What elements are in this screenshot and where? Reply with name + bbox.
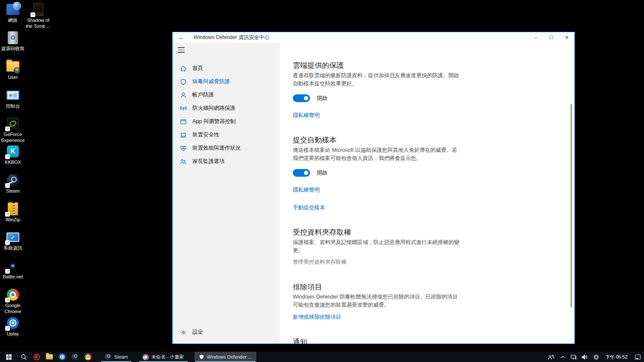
sidebar-item-device-performance-health[interactable]: 裝置效能與運作狀況 bbox=[173, 142, 280, 155]
title-bar[interactable]: ← Windows Defender 資訊安全中心 – ☐ ✕ bbox=[173, 32, 574, 42]
shortcut-arrow-icon: ↗ bbox=[5, 154, 10, 159]
privacy-statement-link[interactable]: 隱私權聲明 bbox=[293, 187, 320, 194]
laptop-icon bbox=[180, 132, 187, 139]
section-heading-cloud-protection: 雲端提供的保護 bbox=[293, 60, 344, 70]
action-center-button[interactable] bbox=[631, 352, 644, 362]
toggle-state-label: 開啟 bbox=[317, 169, 328, 177]
desktop-icon-label: Battle.net bbox=[3, 274, 23, 280]
chrome-icon: ↗ bbox=[6, 288, 20, 302]
paint-icon bbox=[143, 354, 149, 360]
desktop-icon-uplay[interactable]: ↗ Uplay bbox=[2, 316, 24, 337]
gear-icon bbox=[180, 329, 187, 336]
desktop-icon-recycle-bin[interactable]: ♻ 資源回收筒 bbox=[0, 31, 26, 52]
desktop-icon-network[interactable]: 網路 bbox=[2, 3, 24, 24]
desktop-icon-battle-net[interactable]: ✦↗ Battle.net bbox=[0, 259, 26, 280]
hidden-icons-chevron[interactable] bbox=[557, 352, 568, 362]
taskbar: Steam 未命名 - 小畫家 Windows Defender ... bbox=[0, 352, 644, 362]
sidebar-item-label: 首頁 bbox=[192, 65, 203, 72]
shortcut-arrow-icon: ↗ bbox=[5, 269, 10, 274]
desktop-icon-label: WinZip bbox=[6, 217, 20, 223]
manual-sample-submit-link[interactable]: 手動提交樣本 bbox=[293, 204, 325, 211]
game-shortcut-icon: ↗ bbox=[31, 3, 45, 16]
file-explorer-button[interactable] bbox=[43, 352, 56, 362]
red-circle-app-icon bbox=[33, 354, 40, 360]
privacy-statement-link[interactable]: 隱私權聲明 bbox=[293, 112, 320, 119]
desktop-icon-shadow-of-the-tomb[interactable]: ↗ Shadow of the Tomb ... bbox=[25, 3, 52, 30]
cloud-protection-toggle[interactable]: 開啟 bbox=[293, 94, 328, 102]
desktop-icon-label: 網路 bbox=[8, 18, 18, 24]
search-button[interactable] bbox=[17, 352, 30, 362]
steam-icon bbox=[105, 353, 112, 360]
sidebar-item-app-browser-control[interactable]: App 與瀏覽器控制 bbox=[173, 115, 280, 128]
windows-logo-icon bbox=[6, 354, 12, 360]
volume-icon[interactable] bbox=[579, 352, 590, 362]
chrome-icon bbox=[85, 353, 91, 360]
family-icon bbox=[180, 158, 187, 165]
sidebar-item-label: 裝置效能與運作狀況 bbox=[192, 145, 241, 152]
desktop-icon-label: 系統資訊 bbox=[3, 245, 22, 251]
sidebar-item-firewall-network[interactable]: 防火牆與網路保護 bbox=[173, 102, 280, 115]
taskbar-app-label: 未命名 - 小畫家 bbox=[152, 354, 184, 360]
section-heading-notifications: 通知 bbox=[293, 337, 307, 344]
maximize-button[interactable]: ☐ bbox=[544, 32, 559, 42]
sidebar-item-label: 設定 bbox=[192, 329, 203, 336]
close-button[interactable]: ✕ bbox=[559, 32, 574, 42]
desktop-icon-google-chrome[interactable]: ↗ Google Chrome bbox=[0, 288, 26, 315]
desktop-icon-control-panel[interactable]: 控制台 bbox=[2, 88, 24, 109]
network-status-icon[interactable] bbox=[568, 352, 579, 362]
windows-defender-window: ← Windows Defender 資訊安全中心 – ☐ ✕ 首頁 bbox=[172, 32, 575, 344]
back-button[interactable]: ← bbox=[173, 32, 190, 42]
section-desc: 透過存取雲端的最新防護資料，提供加強且反應速度更快的防護。開啟自動樣本提交時效果… bbox=[293, 72, 461, 88]
desktop-icon-kkbox[interactable]: K↗ KKBOX bbox=[2, 145, 24, 166]
status-x-circle-icon[interactable] bbox=[590, 352, 601, 362]
desktop-icon-label: GeForce Experience bbox=[0, 132, 26, 144]
shortcut-arrow-icon: ↗ bbox=[5, 326, 10, 331]
pinned-app-red-circle[interactable] bbox=[30, 352, 43, 362]
defender-shield-icon bbox=[199, 354, 204, 360]
manage-controlled-folder-access-link[interactable]: 管理受控資料夾存取權 bbox=[293, 259, 346, 266]
taskbar-app-paint[interactable]: 未命名 - 小畫家 bbox=[138, 352, 188, 362]
desktop-icon-geforce-experience[interactable]: ↗ GeForce Experience bbox=[0, 117, 26, 144]
taskbar-clock[interactable]: 下午 05:52 bbox=[601, 352, 631, 362]
minimize-button[interactable]: – bbox=[528, 32, 544, 42]
heart-pulse-icon bbox=[180, 145, 187, 152]
sidebar-item-home[interactable]: 首頁 bbox=[173, 62, 280, 75]
shortcut-arrow-icon: ↗ bbox=[5, 127, 10, 131]
desktop-icon-label: 控制台 bbox=[6, 103, 20, 109]
hamburger-menu-icon[interactable] bbox=[178, 45, 188, 54]
uplay-icon bbox=[59, 353, 66, 360]
desktop-icon-winzip[interactable]: ↗ WinZip bbox=[2, 202, 24, 223]
sidebar-item-family-options[interactable]: 家長監護選項 bbox=[173, 155, 280, 168]
window-title: Windows Defender 資訊安全中心 bbox=[194, 34, 270, 41]
desktop-icon-user-folder[interactable]: User bbox=[2, 60, 24, 81]
pinned-app-steam[interactable] bbox=[69, 352, 82, 362]
people-icon[interactable] bbox=[546, 352, 557, 362]
shield-icon bbox=[180, 78, 187, 85]
sample-submission-toggle[interactable]: 開啟 bbox=[293, 169, 328, 177]
sidebar-item-label: 裝置安全性 bbox=[192, 131, 219, 139]
chevron-up-icon bbox=[560, 356, 565, 359]
desktop-icon-system-info[interactable]: ✓↗ 系統資訊 bbox=[0, 230, 26, 251]
sidebar-item-label: App 與瀏覽器控制 bbox=[192, 118, 236, 125]
toggle-on-icon[interactable] bbox=[293, 94, 310, 102]
pinned-app-uplay[interactable] bbox=[56, 352, 69, 362]
sidebar-item-device-security[interactable]: 裝置安全性 bbox=[173, 128, 280, 142]
shortcut-arrow-icon: ↗ bbox=[30, 12, 35, 17]
taskbar-app-windows-defender[interactable]: Windows Defender ... bbox=[194, 352, 256, 362]
start-button[interactable] bbox=[0, 352, 17, 362]
vertical-scrollbar[interactable] bbox=[571, 104, 572, 308]
sidebar-item-label: 防火牆與網路保護 bbox=[192, 105, 235, 112]
recycle-bin-icon: ♻ bbox=[6, 31, 20, 45]
taskbar-app-steam[interactable]: Steam bbox=[100, 352, 132, 362]
shortcut-arrow-icon: ↗ bbox=[5, 240, 10, 245]
sidebar-item-settings[interactable]: 設定 bbox=[173, 326, 280, 339]
toggle-on-icon[interactable] bbox=[293, 169, 310, 177]
desktop-icon-steam[interactable]: ↗ Steam bbox=[2, 173, 24, 194]
add-remove-exclusions-link[interactable]: 新增或移除排除項目 bbox=[293, 314, 341, 321]
sidebar-item-account-protection[interactable]: 帳戶防護 bbox=[173, 88, 280, 102]
toggle-state-label: 開啟 bbox=[317, 95, 328, 102]
pinned-app-chrome[interactable] bbox=[82, 352, 94, 362]
firewall-network-icon bbox=[180, 105, 187, 112]
sidebar-item-virus-threat-protection[interactable]: 病毒與威脅防護 bbox=[173, 75, 280, 88]
system-info-icon: ✓↗ bbox=[6, 230, 20, 244]
